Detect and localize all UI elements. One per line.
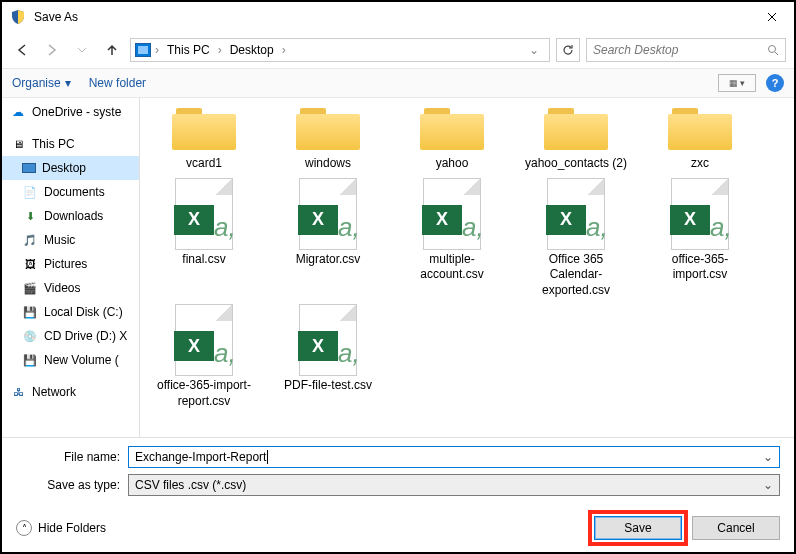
folder-item[interactable]: vcard1	[150, 104, 258, 172]
organise-button[interactable]: Organise ▾	[12, 76, 71, 90]
sidebar-item-pictures[interactable]: Pictures	[2, 252, 139, 276]
csv-file-icon: Xa,	[299, 304, 357, 376]
file-item[interactable]: Xa,multiple-account.csv	[398, 178, 506, 299]
item-label: Migrator.csv	[296, 252, 361, 268]
file-item[interactable]: Xa,Office 365 Calendar-exported.csv	[522, 178, 630, 299]
save-button[interactable]: Save	[594, 516, 682, 540]
sidebar-item-music[interactable]: Music	[2, 228, 139, 252]
item-label: windows	[305, 156, 351, 172]
downloads-icon	[22, 208, 38, 224]
folder-icon	[418, 104, 486, 152]
filetype-select[interactable]: CSV files .csv (*.csv)	[128, 474, 780, 496]
address-bar[interactable]: › This PC › Desktop › ⌄	[130, 38, 550, 62]
sidebar-item-local-disk[interactable]: Local Disk (C:)	[2, 300, 139, 324]
chevron-down-icon	[77, 47, 87, 53]
view-icon: ▦ ▾	[729, 78, 746, 88]
item-label: office-365-import.csv	[646, 252, 754, 283]
app-icon	[10, 9, 26, 25]
file-item[interactable]: Xa,office-365-import.csv	[646, 178, 754, 299]
file-item[interactable]: Xa,Migrator.csv	[274, 178, 382, 299]
item-label: vcard1	[186, 156, 222, 172]
csv-file-icon: Xa,	[175, 304, 233, 376]
address-dropdown[interactable]: ⌄	[523, 43, 545, 57]
chevron-up-icon: ˄	[16, 520, 32, 536]
csv-file-icon: Xa,	[671, 178, 729, 250]
svg-point-0	[769, 46, 776, 53]
csv-file-icon: Xa,	[547, 178, 605, 250]
filetype-label: Save as type:	[16, 478, 120, 492]
cancel-button[interactable]: Cancel	[692, 516, 780, 540]
save-panel: File name: Exchange-Import-Report ⌄ Save…	[2, 437, 794, 506]
forward-button[interactable]	[40, 38, 64, 62]
back-button[interactable]	[10, 38, 34, 62]
navigation-pane: OneDrive - syste This PC Desktop Documen…	[2, 98, 140, 437]
pc-icon	[10, 136, 26, 152]
documents-icon	[22, 184, 38, 200]
folder-icon	[170, 104, 238, 152]
sidebar-item-network[interactable]: Network	[2, 380, 139, 404]
titlebar: Save As	[2, 2, 794, 32]
videos-icon	[22, 280, 38, 296]
item-label: Office 365 Calendar-exported.csv	[522, 252, 630, 299]
sidebar-item-documents[interactable]: Documents	[2, 180, 139, 204]
save-as-dialog: Save As › This PC › Desktop › ⌄	[0, 0, 796, 554]
view-options-button[interactable]: ▦ ▾	[718, 74, 756, 92]
folder-item[interactable]: windows	[274, 104, 382, 172]
item-label: final.csv	[182, 252, 225, 268]
chevron-down-icon: ▾	[65, 76, 71, 90]
file-item[interactable]: Xa,final.csv	[150, 178, 258, 299]
arrow-right-icon	[45, 43, 59, 57]
folder-icon	[542, 104, 610, 152]
sidebar-item-downloads[interactable]: Downloads	[2, 204, 139, 228]
recent-locations[interactable]	[70, 38, 94, 62]
filename-input[interactable]: Exchange-Import-Report ⌄	[128, 446, 780, 468]
folder-item[interactable]: zxc	[646, 104, 754, 172]
sidebar-item-videos[interactable]: Videos	[2, 276, 139, 300]
cd-icon	[22, 328, 38, 344]
csv-file-icon: Xa,	[423, 178, 481, 250]
item-label: multiple-account.csv	[398, 252, 506, 283]
refresh-button[interactable]	[556, 38, 580, 62]
sidebar-item-this-pc[interactable]: This PC	[2, 132, 139, 156]
file-item[interactable]: Xa,office-365-import-report.csv	[150, 304, 258, 409]
toolbar: Organise ▾ New folder ▦ ▾ ?	[2, 68, 794, 98]
breadcrumb-sep: ›	[282, 43, 286, 57]
file-list[interactable]: vcard1windowsyahooyahoo_contacts (2)zxcX…	[140, 98, 794, 437]
sidebar-item-desktop[interactable]: Desktop	[2, 156, 139, 180]
item-label: yahoo	[436, 156, 469, 172]
arrow-up-icon	[105, 43, 119, 57]
disk-icon	[22, 304, 38, 320]
filename-label: File name:	[16, 450, 120, 464]
text-cursor	[267, 450, 268, 464]
search-input[interactable]: Search Desktop	[586, 38, 786, 62]
file-item[interactable]: Xa,PDF-file-test.csv	[274, 304, 382, 409]
item-label: PDF-file-test.csv	[284, 378, 372, 394]
pictures-icon	[22, 256, 38, 272]
help-button[interactable]: ?	[766, 74, 784, 92]
up-button[interactable]	[100, 38, 124, 62]
sidebar-item-onedrive[interactable]: OneDrive - syste	[2, 100, 139, 124]
search-placeholder: Search Desktop	[593, 43, 678, 57]
breadcrumb-part[interactable]: Desktop	[226, 41, 278, 59]
dialog-footer: ˄ Hide Folders Save Cancel	[2, 506, 794, 552]
sidebar-item-new-volume[interactable]: New Volume (	[2, 348, 139, 372]
desktop-icon	[22, 163, 36, 173]
sidebar-item-cd-drive[interactable]: CD Drive (D:) X	[2, 324, 139, 348]
cloud-icon	[10, 104, 26, 120]
breadcrumb-part[interactable]: This PC	[163, 41, 214, 59]
network-icon	[10, 384, 26, 400]
folder-item[interactable]: yahoo	[398, 104, 506, 172]
new-folder-button[interactable]: New folder	[89, 76, 146, 90]
item-label: zxc	[691, 156, 709, 172]
chevron-down-icon[interactable]: ⌄	[763, 450, 773, 464]
csv-file-icon: Xa,	[299, 178, 357, 250]
refresh-icon	[562, 44, 574, 56]
close-button[interactable]	[750, 2, 794, 32]
arrow-left-icon	[15, 43, 29, 57]
folder-item[interactable]: yahoo_contacts (2)	[522, 104, 630, 172]
breadcrumb-sep: ›	[218, 43, 222, 57]
navigation-bar: › This PC › Desktop › ⌄ Search Desktop	[2, 32, 794, 68]
window-title: Save As	[34, 10, 750, 24]
location-icon	[135, 43, 151, 57]
hide-folders-button[interactable]: ˄ Hide Folders	[16, 520, 106, 536]
